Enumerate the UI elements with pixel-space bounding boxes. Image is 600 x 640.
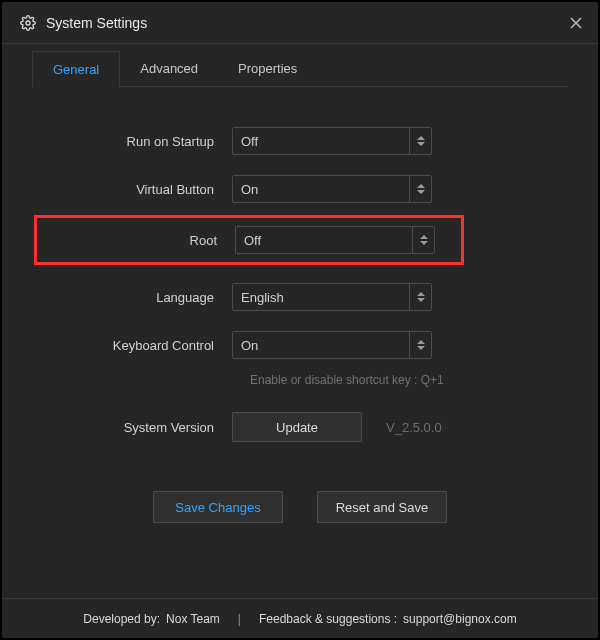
select-virtual-button[interactable]: On (232, 175, 432, 203)
select-root-value: Off (244, 233, 412, 248)
row-version: System Version Update V_2.5.0.0 (42, 403, 558, 451)
row-language: Language English (42, 273, 558, 321)
footer-email[interactable]: support@bignox.com (403, 612, 517, 626)
label-language: Language (42, 290, 232, 305)
select-startup-value: Off (241, 134, 409, 149)
row-keyboard: Keyboard Control On (42, 321, 558, 369)
select-root[interactable]: Off (235, 226, 435, 254)
stepper-icon (409, 176, 431, 202)
select-language-value: English (241, 290, 409, 305)
stepper-icon (409, 332, 431, 358)
row-root: Root Off (37, 224, 451, 256)
select-virtual-button-value: On (241, 182, 409, 197)
footer-dev-prefix: Developed by: (83, 612, 160, 626)
close-icon (570, 17, 582, 29)
root-highlight: Root Off (34, 215, 464, 265)
close-button[interactable] (562, 9, 590, 37)
footer-feedback-prefix: Feedback & suggestions : (259, 612, 397, 626)
title-bar: System Settings (2, 2, 598, 44)
footer-separator: | (238, 612, 241, 626)
stepper-icon (412, 227, 434, 253)
action-row: Save Changes Reset and Save (42, 491, 558, 523)
label-virtual-button: Virtual Button (42, 182, 232, 197)
label-version: System Version (42, 420, 232, 435)
label-keyboard: Keyboard Control (42, 338, 232, 353)
stepper-icon (409, 284, 431, 310)
select-keyboard-value: On (241, 338, 409, 353)
svg-point-0 (26, 21, 30, 25)
row-virtual-button: Virtual Button On (42, 165, 558, 213)
tab-properties[interactable]: Properties (218, 51, 317, 86)
row-startup: Run on Startup Off (42, 117, 558, 165)
reset-button[interactable]: Reset and Save (317, 491, 447, 523)
tab-general[interactable]: General (32, 51, 120, 87)
update-button[interactable]: Update (232, 412, 362, 442)
settings-body: Run on Startup Off Virtual Button On Roo… (2, 87, 598, 598)
gear-icon (20, 15, 36, 31)
tab-bar: General Advanced Properties (2, 44, 598, 86)
select-language[interactable]: English (232, 283, 432, 311)
version-text: V_2.5.0.0 (386, 420, 442, 435)
label-startup: Run on Startup (42, 134, 232, 149)
tab-advanced[interactable]: Advanced (120, 51, 218, 86)
footer: Developed by:Nox Team | Feedback & sugge… (2, 598, 598, 638)
window-title: System Settings (46, 15, 147, 31)
stepper-icon (409, 128, 431, 154)
label-root: Root (37, 233, 235, 248)
select-startup[interactable]: Off (232, 127, 432, 155)
select-keyboard[interactable]: On (232, 331, 432, 359)
settings-window: System Settings General Advanced Propert… (2, 2, 598, 638)
save-button[interactable]: Save Changes (153, 491, 283, 523)
keyboard-hint: Enable or disable shortcut key : Q+1 (250, 373, 558, 387)
footer-dev-name: Nox Team (166, 612, 220, 626)
